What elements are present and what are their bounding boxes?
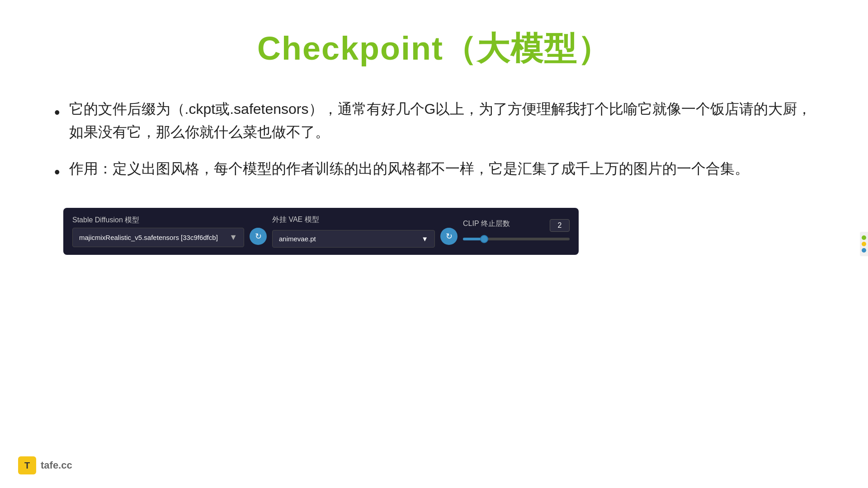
sd-model-value: majicmixRealistic_v5.safetensors [33c9f6…: [79, 234, 218, 241]
page-container: Checkpoint（大模型） • 它的文件后缀为（.ckpt或.safeten…: [0, 0, 868, 488]
vae-select[interactable]: animevae.pt ▼: [272, 230, 435, 248]
sd-model-select[interactable]: majicmixRealistic_v5.safetensors [33c9f6…: [72, 228, 244, 247]
vae-label: 外挂 VAE 模型: [272, 215, 435, 225]
clip-value: 2: [550, 219, 570, 232]
clip-slider[interactable]: [463, 235, 570, 244]
indicator-dot-yellow: [862, 242, 866, 246]
logo-icon: T: [18, 456, 36, 474]
clip-header: CLIP 终止层数 2: [463, 219, 570, 232]
sd-model-chevron-icon: ▼: [229, 233, 237, 242]
indicator-dot-blue: [862, 248, 866, 253]
sd-model-group: Stable Diffusion 模型 majicmixRealistic_v5…: [72, 216, 244, 247]
logo-text: tafe.cc: [41, 460, 72, 471]
vae-chevron-icon: ▼: [421, 235, 428, 243]
bullet-item-2: • 作用：定义出图风格，每个模型的作者训练的出的风格都不一样，它是汇集了成千上万…: [54, 157, 814, 185]
vae-value: animevae.pt: [279, 235, 316, 243]
ui-panel: Stable Diffusion 模型 majicmixRealistic_v5…: [63, 208, 579, 255]
sd-refresh-icon: ↻: [255, 231, 262, 241]
logo: T tafe.cc: [18, 456, 72, 474]
page-title: Checkpoint（大模型）: [54, 27, 814, 70]
sd-model-border: Stable Diffusion 模型 majicmixRealistic_v5…: [72, 216, 244, 247]
bullet-text-2: 作用：定义出图风格，每个模型的作者训练的出的风格都不一样，它是汇集了成千上万的图…: [69, 157, 814, 180]
bullet-dot-2: •: [54, 159, 60, 185]
clip-group: CLIP 终止层数 2: [463, 219, 570, 244]
vae-group: 外挂 VAE 模型 animevae.pt ▼: [272, 215, 435, 248]
sd-model-label: Stable Diffusion 模型: [72, 216, 244, 225]
vae-refresh-icon: ↻: [446, 231, 453, 241]
clip-slider-thumb: [480, 235, 488, 243]
bullet-dot-1: •: [54, 99, 60, 126]
clip-slider-track: [463, 238, 570, 240]
indicator-dot-green: [862, 235, 866, 240]
sd-model-refresh-button[interactable]: ↻: [250, 228, 267, 245]
bullet-item-1: • 它的文件后缀为（.ckpt或.safetensors），通常有好几个G以上，…: [54, 98, 814, 144]
sidebar-indicators: [860, 232, 868, 256]
bullet-text-1: 它的文件后缀为（.ckpt或.safetensors），通常有好几个G以上，为了…: [69, 98, 814, 144]
clip-label: CLIP 终止层数: [463, 219, 510, 229]
bullet-list: • 它的文件后缀为（.ckpt或.safetensors），通常有好几个G以上，…: [54, 98, 814, 185]
vae-refresh-button[interactable]: ↻: [440, 228, 458, 245]
